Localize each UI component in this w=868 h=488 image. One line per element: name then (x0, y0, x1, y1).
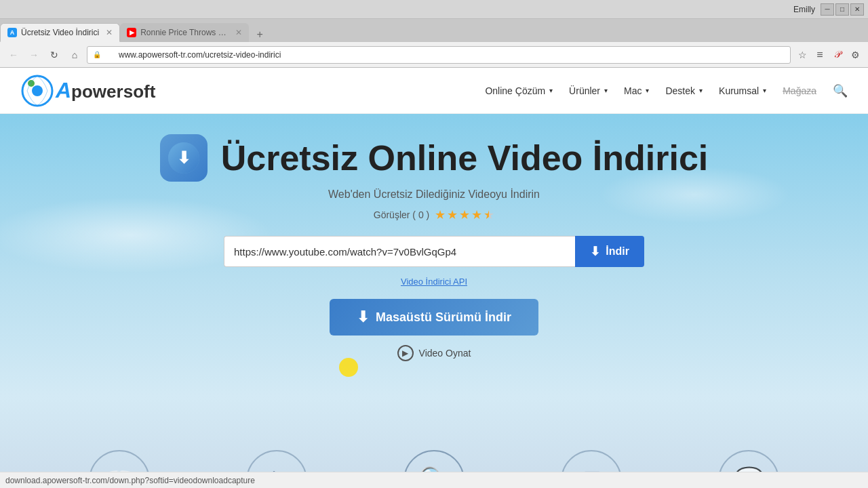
pinterest-icon[interactable]: 𝒫 (830, 47, 845, 62)
desktop-btn-label: Masaüstü Sürümü İndir (376, 310, 511, 325)
desktop-download-button[interactable]: ⬇ Masaüstü Sürümü İndir (330, 299, 538, 336)
lock-icon: 🔒 (93, 51, 101, 58)
api-link[interactable]: Video İndirici API (401, 277, 467, 287)
nav-menu: Online Çözüm ▾ Ürünler ▾ Mac ▾ Destek ▾ … (485, 83, 848, 98)
nav-kurumsal[interactable]: Kurumsal ▾ (719, 85, 766, 96)
desktop-btn-download-icon: ⬇ (357, 308, 369, 326)
star-2: ★ (447, 207, 458, 222)
hero-title: Ücretsiz Online Video İndirici (221, 138, 709, 178)
video-play-label: Video Oynat (419, 348, 471, 359)
tab1-label: Ücretsiz Video İndirici (21, 28, 99, 37)
nav-online-cozum-chevron: ▾ (549, 87, 553, 94)
svg-text:⬇: ⬇ (177, 148, 191, 167)
nav-mac-label: Mac (624, 85, 642, 96)
play-icon: ▶ (397, 345, 414, 361)
minimize-button[interactable]: ─ (821, 3, 834, 16)
menu-icon[interactable]: ≡ (812, 47, 827, 62)
star-5: ★ (484, 207, 494, 222)
tab-ronnie-price[interactable]: ▶ Ronnie Price Throws Shoe ✕ (120, 23, 249, 42)
tab-bar: A Ücretsiz Video İndirici ✕ ▶ Ronnie Pri… (0, 19, 868, 42)
bookmark-star-icon[interactable]: ☆ (795, 47, 810, 62)
nav-kurumsal-chevron: ▾ (763, 87, 766, 94)
nav-mac-chevron: ▾ (646, 87, 649, 94)
nav-kurumsal-label: Kurumsal (719, 85, 759, 96)
nav-destek-label: Destek (665, 85, 695, 96)
nav-magaza-label: Mağaza (783, 85, 816, 96)
rating-row: Görüşler ( 0 ) ★ ★ ★ ★ ★ (374, 207, 494, 222)
forward-button[interactable]: → (26, 47, 42, 63)
title-bar: Emilly ─ □ ✕ (0, 0, 868, 19)
address-bar-url: www.apowersoft-tr.com/ucretsiz-video-ind… (119, 50, 281, 60)
title-bar-controls: ─ □ ✕ (821, 3, 864, 16)
download-icon-svg: ⬇ (167, 141, 201, 175)
address-bar-row: ← → ↻ ⌂ 🔒 www.apowersoft-tr.com/ucretsiz… (0, 42, 868, 68)
indir-label: İndir (606, 245, 629, 258)
star-3: ★ (459, 207, 470, 222)
star-1: ★ (435, 207, 446, 222)
page-content: ⬇ Ücretsiz Online Video İndirici Web'den… (0, 114, 868, 488)
star-rating: ★ ★ ★ ★ ★ (435, 207, 494, 222)
tab2-favicon-icon: ▶ (130, 29, 134, 36)
logo-icon (20, 74, 54, 108)
search-icon[interactable]: 🔍 (833, 83, 848, 98)
back-button[interactable]: ← (5, 47, 22, 63)
toolbar-icons: ☆ ≡ 𝒫 ⚙ (795, 47, 863, 62)
nav-online-cozum[interactable]: Online Çözüm ▾ (485, 85, 553, 96)
tab2-label: Ronnie Price Throws Shoe (140, 28, 229, 37)
star-4: ★ (471, 207, 482, 222)
nav-urunler-label: Ürünler (569, 85, 600, 96)
indir-button[interactable]: ⬇ İndir (575, 236, 644, 267)
logo[interactable]: Apowersoft (20, 74, 155, 108)
nav-urunler[interactable]: Ürünler ▾ (569, 85, 608, 96)
nav-online-cozum-label: Online Çözüm (485, 85, 545, 96)
status-bar: download.apowersoft-tr.com/down.php?soft… (0, 472, 868, 488)
maximize-button[interactable]: □ (835, 3, 849, 16)
reload-button[interactable]: ↻ (46, 47, 62, 63)
status-bar-text: download.apowersoft-tr.com/down.php?soft… (5, 476, 255, 485)
tab-ucretsiz-video[interactable]: A Ücretsiz Video İndirici ✕ (0, 23, 120, 42)
new-tab-button[interactable]: + (252, 27, 268, 42)
hero-section: ⬇ Ücretsiz Online Video İndirici Web'den… (0, 114, 868, 361)
indir-download-icon: ⬇ (590, 244, 600, 259)
rating-label: Görüşler ( 0 ) (374, 209, 429, 220)
svg-point-1 (32, 85, 43, 96)
url-input[interactable] (224, 236, 575, 267)
logo-rest: powersoft (71, 81, 155, 102)
hero-app-icon: ⬇ (160, 134, 208, 182)
close-button[interactable]: ✕ (850, 3, 864, 16)
tab1-close-icon[interactable]: ✕ (106, 28, 113, 37)
nav-destek-chevron: ▾ (699, 87, 703, 94)
home-button[interactable]: ⌂ (66, 47, 83, 63)
extensions-icon[interactable]: ⚙ (848, 47, 863, 62)
video-play-row[interactable]: ▶ Video Oynat (397, 345, 471, 361)
nav-urunler-chevron: ▾ (604, 87, 608, 94)
logo-a-letter: A (56, 78, 71, 102)
tab2-close-icon[interactable]: ✕ (235, 28, 242, 37)
nav-magaza[interactable]: Mağaza (783, 85, 816, 96)
nav-mac[interactable]: Mac ▾ (624, 85, 649, 96)
url-row: ⬇ İndir (224, 236, 644, 267)
address-bar[interactable]: 🔒 www.apowersoft-tr.com/ucretsiz-video-i… (87, 46, 791, 64)
title-bar-user: Emilly (793, 5, 815, 14)
tab1-favicon-icon: A (10, 29, 15, 36)
hero-title-row: ⬇ Ücretsiz Online Video İndirici (160, 134, 709, 182)
logo-text: Apowersoft (56, 78, 155, 103)
nav-destek[interactable]: Destek ▾ (665, 85, 703, 96)
hero-subtitle: Web'den Ücretsiz Dilediğiniz Videoyu İnd… (328, 188, 540, 201)
navbar: Apowersoft Online Çözüm ▾ Ürünler ▾ Mac … (0, 68, 868, 114)
